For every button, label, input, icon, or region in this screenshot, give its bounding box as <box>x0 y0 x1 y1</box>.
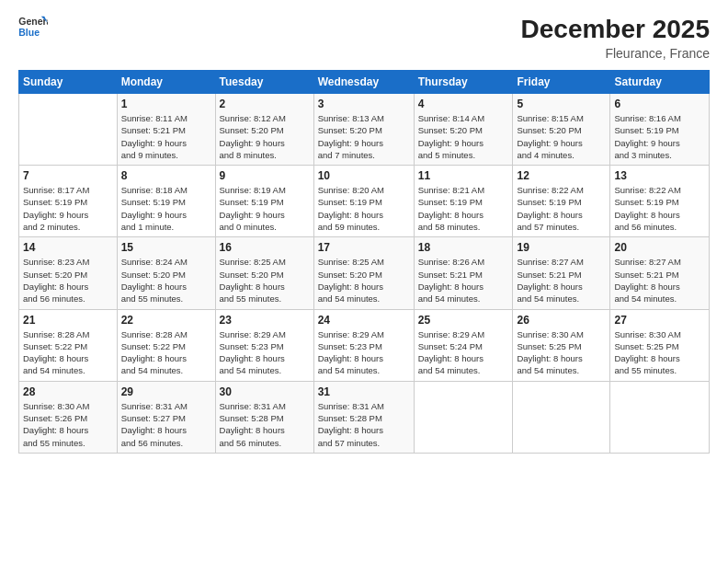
day-info: Sunrise: 8:22 AM Sunset: 5:19 PM Dayligh… <box>517 184 606 233</box>
day-number: 25 <box>418 314 509 327</box>
day-number: 26 <box>517 314 606 327</box>
day-info: Sunrise: 8:16 AM Sunset: 5:19 PM Dayligh… <box>614 112 705 161</box>
day-cell: 10Sunrise: 8:20 AM Sunset: 5:19 PM Dayli… <box>313 166 414 237</box>
day-number: 21 <box>23 314 113 327</box>
day-info: Sunrise: 8:31 AM Sunset: 5:28 PM Dayligh… <box>220 400 310 449</box>
day-info: Sunrise: 8:24 AM Sunset: 5:20 PM Dayligh… <box>121 256 211 304</box>
day-number: 8 <box>121 169 211 182</box>
day-cell: 13Sunrise: 8:22 AM Sunset: 5:19 PM Dayli… <box>610 166 710 237</box>
header-row: SundayMondayTuesdayWednesdayThursdayFrid… <box>19 71 710 94</box>
day-number: 14 <box>23 241 113 254</box>
day-number: 9 <box>220 169 310 182</box>
day-number: 29 <box>121 385 211 398</box>
day-cell: 31Sunrise: 8:31 AM Sunset: 5:28 PM Dayli… <box>313 381 414 453</box>
day-info: Sunrise: 8:29 AM Sunset: 5:23 PM Dayligh… <box>220 328 310 377</box>
subtitle: Fleurance, France <box>521 46 710 61</box>
day-cell: 21Sunrise: 8:28 AM Sunset: 5:22 PM Dayli… <box>19 309 118 381</box>
day-info: Sunrise: 8:25 AM Sunset: 5:20 PM Dayligh… <box>220 256 310 304</box>
day-cell <box>19 94 118 166</box>
main-title: December 2025 <box>521 15 710 44</box>
day-info: Sunrise: 8:18 AM Sunset: 5:19 PM Dayligh… <box>121 184 211 233</box>
day-info: Sunrise: 8:27 AM Sunset: 5:21 PM Dayligh… <box>614 256 705 304</box>
week-row-3: 14Sunrise: 8:23 AM Sunset: 5:20 PM Dayli… <box>19 237 710 309</box>
day-number: 16 <box>220 241 310 254</box>
header-tuesday: Tuesday <box>215 71 313 94</box>
day-cell: 25Sunrise: 8:29 AM Sunset: 5:24 PM Dayli… <box>414 309 513 381</box>
day-info: Sunrise: 8:29 AM Sunset: 5:24 PM Dayligh… <box>418 328 509 377</box>
day-info: Sunrise: 8:27 AM Sunset: 5:21 PM Dayligh… <box>517 256 606 304</box>
day-number: 13 <box>614 169 705 182</box>
day-info: Sunrise: 8:28 AM Sunset: 5:22 PM Dayligh… <box>23 328 113 377</box>
day-info: Sunrise: 8:30 AM Sunset: 5:25 PM Dayligh… <box>517 328 606 377</box>
day-cell: 3Sunrise: 8:13 AM Sunset: 5:20 PM Daylig… <box>313 94 414 166</box>
day-info: Sunrise: 8:21 AM Sunset: 5:19 PM Dayligh… <box>418 184 509 233</box>
day-info: Sunrise: 8:15 AM Sunset: 5:20 PM Dayligh… <box>517 112 606 161</box>
week-row-2: 7Sunrise: 8:17 AM Sunset: 5:19 PM Daylig… <box>19 166 710 237</box>
day-number: 10 <box>318 169 410 182</box>
day-cell: 4Sunrise: 8:14 AM Sunset: 5:20 PM Daylig… <box>414 94 513 166</box>
logo-icon: General Blue <box>18 15 48 40</box>
header-wednesday: Wednesday <box>313 71 414 94</box>
day-cell: 1Sunrise: 8:11 AM Sunset: 5:21 PM Daylig… <box>117 94 215 166</box>
day-cell: 16Sunrise: 8:25 AM Sunset: 5:20 PM Dayli… <box>215 237 313 309</box>
calendar-table: SundayMondayTuesdayWednesdayThursdayFrid… <box>18 70 710 454</box>
day-number: 18 <box>418 241 509 254</box>
day-cell: 24Sunrise: 8:29 AM Sunset: 5:23 PM Dayli… <box>313 309 414 381</box>
day-number: 27 <box>614 314 705 327</box>
day-cell: 27Sunrise: 8:30 AM Sunset: 5:25 PM Dayli… <box>610 309 710 381</box>
day-number: 12 <box>517 169 606 182</box>
day-info: Sunrise: 8:12 AM Sunset: 5:20 PM Dayligh… <box>220 112 310 161</box>
day-cell: 14Sunrise: 8:23 AM Sunset: 5:20 PM Dayli… <box>19 237 118 309</box>
title-block: December 2025 Fleurance, France <box>521 15 710 61</box>
day-info: Sunrise: 8:30 AM Sunset: 5:25 PM Dayligh… <box>614 328 705 377</box>
day-number: 15 <box>121 241 211 254</box>
day-number: 5 <box>517 98 606 110</box>
week-row-4: 21Sunrise: 8:28 AM Sunset: 5:22 PM Dayli… <box>19 309 710 381</box>
header-sunday: Sunday <box>19 71 118 94</box>
day-cell: 30Sunrise: 8:31 AM Sunset: 5:28 PM Dayli… <box>215 381 313 453</box>
day-info: Sunrise: 8:31 AM Sunset: 5:28 PM Dayligh… <box>318 400 410 449</box>
day-cell: 28Sunrise: 8:30 AM Sunset: 5:26 PM Dayli… <box>19 381 118 453</box>
day-cell: 29Sunrise: 8:31 AM Sunset: 5:27 PM Dayli… <box>117 381 215 453</box>
header-friday: Friday <box>513 71 610 94</box>
day-info: Sunrise: 8:26 AM Sunset: 5:21 PM Dayligh… <box>418 256 509 304</box>
day-number: 20 <box>614 241 705 254</box>
day-number: 6 <box>614 98 705 110</box>
day-info: Sunrise: 8:17 AM Sunset: 5:19 PM Dayligh… <box>23 184 113 233</box>
day-number: 11 <box>418 169 509 182</box>
day-info: Sunrise: 8:13 AM Sunset: 5:20 PM Dayligh… <box>318 112 410 161</box>
day-cell: 12Sunrise: 8:22 AM Sunset: 5:19 PM Dayli… <box>513 166 610 237</box>
day-cell <box>414 381 513 453</box>
day-info: Sunrise: 8:30 AM Sunset: 5:26 PM Dayligh… <box>23 400 113 449</box>
day-info: Sunrise: 8:28 AM Sunset: 5:22 PM Dayligh… <box>121 328 211 377</box>
day-info: Sunrise: 8:19 AM Sunset: 5:19 PM Dayligh… <box>220 184 310 233</box>
header-saturday: Saturday <box>610 71 710 94</box>
day-number: 2 <box>220 98 310 110</box>
day-info: Sunrise: 8:31 AM Sunset: 5:27 PM Dayligh… <box>121 400 211 449</box>
day-cell: 22Sunrise: 8:28 AM Sunset: 5:22 PM Dayli… <box>117 309 215 381</box>
week-row-1: 1Sunrise: 8:11 AM Sunset: 5:21 PM Daylig… <box>19 94 710 166</box>
day-cell: 15Sunrise: 8:24 AM Sunset: 5:20 PM Dayli… <box>117 237 215 309</box>
svg-text:Blue: Blue <box>18 27 40 38</box>
day-info: Sunrise: 8:22 AM Sunset: 5:19 PM Dayligh… <box>614 184 705 233</box>
day-cell: 7Sunrise: 8:17 AM Sunset: 5:19 PM Daylig… <box>19 166 118 237</box>
day-info: Sunrise: 8:23 AM Sunset: 5:20 PM Dayligh… <box>23 256 113 304</box>
day-cell: 9Sunrise: 8:19 AM Sunset: 5:19 PM Daylig… <box>215 166 313 237</box>
day-number: 24 <box>318 314 410 327</box>
day-number: 28 <box>23 385 113 398</box>
day-number: 7 <box>23 169 113 182</box>
calendar-page: General Blue December 2025 Fleurance, Fr… <box>0 0 728 563</box>
day-number: 19 <box>517 241 606 254</box>
day-cell: 23Sunrise: 8:29 AM Sunset: 5:23 PM Dayli… <box>215 309 313 381</box>
day-cell: 26Sunrise: 8:30 AM Sunset: 5:25 PM Dayli… <box>513 309 610 381</box>
week-row-5: 28Sunrise: 8:30 AM Sunset: 5:26 PM Dayli… <box>19 381 710 453</box>
day-cell: 8Sunrise: 8:18 AM Sunset: 5:19 PM Daylig… <box>117 166 215 237</box>
day-cell: 6Sunrise: 8:16 AM Sunset: 5:19 PM Daylig… <box>610 94 710 166</box>
day-info: Sunrise: 8:20 AM Sunset: 5:19 PM Dayligh… <box>318 184 410 233</box>
day-number: 1 <box>121 98 211 110</box>
day-cell: 5Sunrise: 8:15 AM Sunset: 5:20 PM Daylig… <box>513 94 610 166</box>
header: General Blue December 2025 Fleurance, Fr… <box>18 15 710 61</box>
day-cell: 17Sunrise: 8:25 AM Sunset: 5:20 PM Dayli… <box>313 237 414 309</box>
day-number: 31 <box>318 385 410 398</box>
day-cell: 18Sunrise: 8:26 AM Sunset: 5:21 PM Dayli… <box>414 237 513 309</box>
